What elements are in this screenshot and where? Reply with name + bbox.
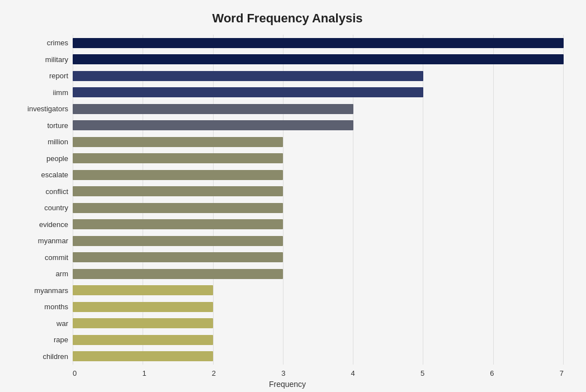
bar-row <box>73 119 564 131</box>
bar <box>73 285 213 295</box>
bar-row <box>73 317 564 329</box>
bar <box>73 71 423 81</box>
bar-row <box>73 185 564 197</box>
y-label: crimes <box>47 39 68 46</box>
bar <box>73 186 283 196</box>
bar-row <box>73 70 564 82</box>
bar-row <box>73 251 564 263</box>
x-label: 0 <box>73 369 77 377</box>
y-label: rape <box>54 336 68 343</box>
y-label: escalate <box>41 171 68 178</box>
y-label: iimm <box>53 89 68 96</box>
x-axis-labels: 01234567 <box>73 367 564 377</box>
bar-row <box>73 268 564 280</box>
y-label: war <box>56 320 68 327</box>
bar-row <box>73 284 564 296</box>
bar-row <box>73 202 564 214</box>
bar <box>73 170 283 180</box>
bar-row <box>73 235 564 247</box>
bar <box>73 236 283 246</box>
bar <box>73 318 213 328</box>
y-label: myanmars <box>34 287 68 294</box>
y-label: million <box>48 138 68 145</box>
y-label: conflict <box>46 188 68 195</box>
y-label: torture <box>47 122 68 129</box>
bar <box>73 302 213 312</box>
bar <box>73 219 283 229</box>
bar <box>73 137 283 147</box>
x-label: 2 <box>212 369 216 377</box>
x-axis-area: 01234567 <box>11 367 564 377</box>
bar <box>73 104 353 114</box>
x-label: 3 <box>281 369 285 377</box>
bar-row <box>73 350 564 362</box>
bars-and-grid <box>73 35 564 365</box>
bar-row <box>73 53 564 65</box>
y-axis-labels: crimesmilitaryreportiimminvestigatorstor… <box>11 35 73 365</box>
bar <box>73 351 213 361</box>
bar <box>73 153 283 163</box>
bar <box>73 269 283 279</box>
chart-area: crimesmilitaryreportiimminvestigatorstor… <box>11 35 564 365</box>
x-label: 1 <box>142 369 146 377</box>
chart-title: Word Frequency Analysis <box>11 11 564 26</box>
bar-row <box>73 334 564 346</box>
y-label: months <box>44 303 68 310</box>
bar <box>73 335 213 345</box>
bar <box>73 54 564 64</box>
x-label: 4 <box>351 369 355 377</box>
y-label: report <box>49 72 68 79</box>
x-label: 5 <box>420 369 424 377</box>
y-label: military <box>45 56 68 63</box>
x-axis-title: Frequency <box>11 380 564 389</box>
y-label: myanmar <box>38 237 68 244</box>
bar <box>73 38 564 48</box>
x-label: 7 <box>560 369 564 377</box>
x-label: 6 <box>490 369 494 377</box>
bars-wrapper <box>73 35 564 365</box>
bar-row <box>73 169 564 181</box>
y-label: evidence <box>39 221 68 228</box>
bar-row <box>73 86 564 98</box>
bar <box>73 203 283 213</box>
y-label: country <box>44 204 68 211</box>
y-label: children <box>42 353 68 360</box>
y-label: arm <box>56 270 68 277</box>
y-label: commit <box>45 254 68 261</box>
bar-row <box>73 103 564 115</box>
bar-row <box>73 301 564 313</box>
bar <box>73 252 283 262</box>
bar-row <box>73 37 564 49</box>
bar-row <box>73 152 564 164</box>
bar <box>73 120 353 130</box>
y-label: investigators <box>27 105 68 112</box>
bar <box>73 87 423 97</box>
chart-container: Word Frequency Analysis crimesmilitaryre… <box>0 0 586 392</box>
y-label: people <box>46 155 68 162</box>
bar-row <box>73 136 564 148</box>
bar-row <box>73 218 564 230</box>
